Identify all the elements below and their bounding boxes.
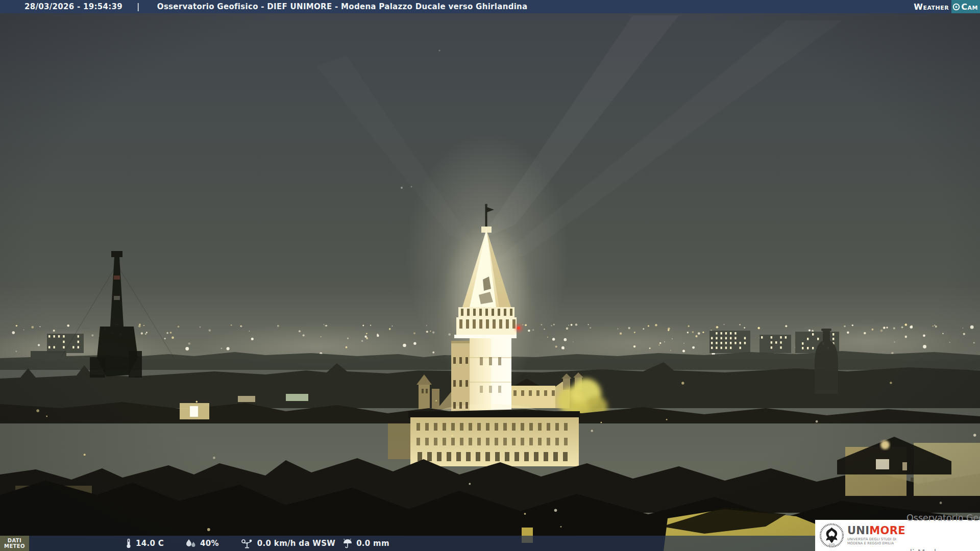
rain-value: 0.0 mm [356, 539, 389, 548]
thermometer-icon [125, 538, 132, 548]
observatory-name: Osservatorio Geofisico di Modena [906, 489, 980, 551]
observatory-line1: Osservatorio Geofisico [906, 512, 980, 524]
wind-reading: 0.0 km/h da WSW [240, 538, 335, 548]
temperature-reading: 14.0 C [125, 538, 164, 548]
camera-lens-icon [952, 3, 960, 11]
unimore-wordmark: UNIMORE UNIVERSITÀ DEGLI STUDI DI MODENA… [847, 525, 902, 545]
unimore-more: MORE [869, 524, 905, 537]
weathercam-brand-weather: Weather [914, 2, 949, 12]
weathercam-brand-cam: Cam [961, 2, 978, 12]
night-cityscape-photo [0, 0, 980, 551]
weathercam-brand: Weather Cam [914, 0, 980, 13]
observatory-line2: di Modena [906, 547, 980, 551]
unimore-eagle-seal-icon: 1175 [820, 523, 844, 547]
umbrella-icon [342, 538, 353, 548]
humidity-reading: 40% [185, 538, 219, 548]
separator: | [137, 2, 140, 11]
rain-reading: 0.0 mm [342, 538, 389, 548]
weathercam-brand-cambox: Cam [951, 0, 980, 13]
seal-year: 1175 [828, 543, 835, 546]
badge-line2: METEO [4, 543, 25, 549]
dati-meteo-badge: DATI METEO [0, 536, 29, 551]
unimore-logo-box: 1175 UNIMORE UNIVERSITÀ DEGLI STUDI DI M… [815, 520, 980, 551]
anemometer-icon [240, 538, 254, 548]
humidity-value: 40% [200, 539, 219, 548]
datetime-text: 28/03/2026 - 19:54:39 [24, 2, 122, 11]
wind-value: 0.0 km/h da WSW [257, 539, 335, 548]
temperature-value: 14.0 C [136, 539, 164, 548]
vignette [0, 0, 980, 551]
university-line2: MODENA E REGGIO EMILIA [847, 542, 902, 546]
badge-line1: DATI [8, 538, 21, 543]
unimore-uni: UNI [847, 524, 869, 537]
droplets-icon [185, 538, 197, 548]
camera-title: Osservatorio Geofisico - DIEF UNIMORE - … [157, 2, 528, 11]
webcam-titlebar: 28/03/2026 - 19:54:39 | Osservatorio Geo… [0, 0, 980, 13]
webcam-frame: 28/03/2026 - 19:54:39 | Osservatorio Geo… [0, 0, 980, 551]
